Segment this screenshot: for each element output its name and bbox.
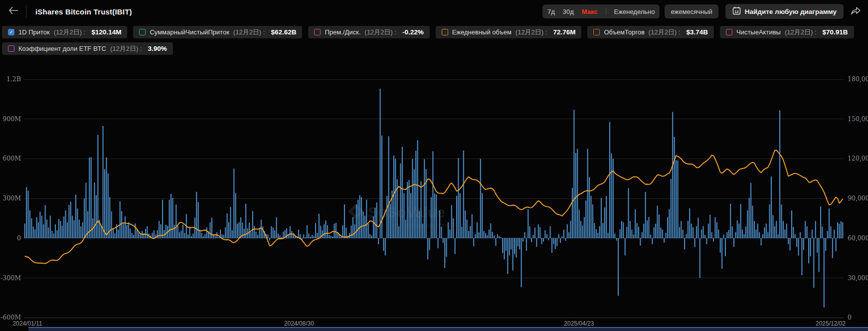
x-axis-date-label: 2024/08/30 — [284, 320, 314, 327]
legend-value: 3.90% — [148, 45, 167, 52]
share-icon — [851, 6, 861, 17]
find-chart-button[interactable]: 12 Найдите любую диаграмму — [725, 4, 844, 19]
legend-badge[interactable]: Ежедневный объем (12月2日) :72.76M — [436, 26, 582, 38]
legend-date: (12月2日) : — [54, 28, 86, 37]
range-monthly[interactable]: ежемесячный — [665, 4, 718, 18]
legend-value: $120.14M — [91, 28, 121, 36]
header-divider — [26, 5, 26, 18]
legend-row-2: Коэффициент доли ETF BTC (12月2日) :3.90% — [2, 42, 866, 55]
left-axis-tick: 300M — [2, 194, 21, 202]
left-axis-tick: 600M — [2, 155, 21, 162]
right-axis-tick: 0 — [848, 314, 852, 321]
page-title: iShares Bitcoin Trust(IBIT) — [35, 7, 132, 16]
legend-label: СуммарныйЧистыйПриток — [150, 28, 229, 36]
legend-label: Прем./Диск. — [325, 28, 360, 36]
x-axis-date-label: 2025/12/02 — [816, 320, 846, 327]
legend-date: (12月2日) : — [364, 28, 396, 37]
legend-label: Ежедневный объем — [452, 28, 512, 36]
legend-label: Коэффициент доли ETF BTC — [18, 45, 106, 52]
legend-date: (12月2日) : — [233, 28, 265, 37]
ibit-chart-page: iShares Bitcoin Trust(IBIT) 7д 30д Макс … — [0, 0, 868, 331]
legend-badge[interactable]: Коэффициент доли ETF BTC (12月2日) :3.90% — [2, 42, 173, 55]
left-axis-tick: 0 — [17, 234, 21, 242]
share-button[interactable] — [851, 6, 861, 17]
checked-checkbox-icon[interactable]: ✓ — [8, 29, 14, 35]
left-axis-tick: 1.2B — [6, 75, 21, 83]
inflow-bars-series — [24, 89, 844, 308]
flow-price-chart[interactable]: 1.2B180,000900M150,000600M120,000300M90,… — [0, 62, 868, 331]
legend-badge[interactable]: ✓1D Приток (12月2日) :$120.14M — [2, 26, 127, 38]
range-selector: 7д 30д Макс Еженедельно — [542, 4, 660, 18]
calendar-icon: 12 — [732, 6, 741, 16]
range-max[interactable]: Макс — [582, 8, 598, 15]
right-axis-tick: 120,000 — [848, 155, 868, 162]
chart-zoom-scrollbar[interactable] — [28, 327, 868, 331]
x-axis-date-label: 2025/04/23 — [564, 320, 594, 327]
svg-text:12: 12 — [734, 9, 738, 14]
legend-value: $70.91B — [822, 28, 848, 36]
back-arrow-icon — [8, 6, 18, 16]
legend-label: ЧистыеАктивы — [736, 28, 781, 36]
unchecked-checkbox-icon[interactable] — [726, 29, 732, 35]
legend-value: $3.74B — [686, 28, 708, 36]
back-button[interactable] — [7, 5, 20, 18]
unchecked-checkbox-icon[interactable] — [8, 45, 14, 52]
right-axis-tick: 30,000 — [848, 274, 868, 282]
right-axis-tick: 150,000 — [848, 115, 868, 123]
legend: ✓1D Приток (12月2日) :$120.14MСуммарныйЧис… — [2, 26, 866, 59]
legend-badge[interactable]: ОбъемТоргов (12月2日) :$3.74B — [587, 26, 714, 38]
unchecked-checkbox-icon[interactable] — [593, 29, 600, 35]
header: iShares Bitcoin Trust(IBIT) 7д 30д Макс … — [0, 0, 868, 23]
legend-badge[interactable]: Прем./Диск. (12月2日) :-0.22% — [308, 26, 429, 38]
legend-value: 72.76M — [553, 28, 575, 36]
legend-badge[interactable]: ЧистыеАктивы (12月2日) :$70.91B — [720, 26, 854, 38]
range-separator — [606, 8, 606, 15]
legend-date: (12月2日) : — [516, 28, 547, 37]
legend-value: $62.62B — [271, 28, 296, 36]
range-7d[interactable]: 7д — [547, 8, 555, 15]
range-30d[interactable]: 30д — [563, 8, 574, 15]
legend-date: (12月2日) : — [649, 28, 681, 37]
x-axis-date-label: 2024/01/11 — [12, 320, 42, 327]
legend-value: -0.22% — [402, 28, 424, 36]
unchecked-checkbox-icon[interactable] — [314, 29, 321, 35]
right-axis-tick: 60,000 — [848, 234, 868, 242]
left-axis-tick: -300M — [0, 274, 21, 282]
right-axis-tick: 90,000 — [848, 194, 868, 202]
legend-label: ОбъемТоргов — [604, 28, 644, 36]
find-chart-label: Найдите любую диаграмму — [745, 8, 837, 15]
unchecked-checkbox-icon[interactable] — [139, 29, 146, 35]
left-axis-tick: 900M — [2, 115, 21, 123]
legend-badge[interactable]: СуммарныйЧистыйПриток (12月2日) :$62.62B — [133, 26, 302, 38]
legend-date: (12月2日) : — [785, 28, 817, 37]
svg-text:SoSoValue: SoSoValue — [368, 204, 445, 220]
unchecked-checkbox-icon[interactable] — [442, 29, 448, 35]
right-axis-tick: 180,000 — [848, 75, 868, 83]
legend-label: 1D Приток — [18, 28, 50, 36]
legend-date: (12月2日) : — [110, 44, 142, 53]
legend-row-1: ✓1D Приток (12月2日) :$120.14MСуммарныйЧис… — [2, 26, 866, 38]
range-weekly[interactable]: Еженедельно — [614, 8, 655, 15]
chart-area[interactable]: 1.2B180,000900M150,000600M120,000300M90,… — [0, 62, 868, 331]
